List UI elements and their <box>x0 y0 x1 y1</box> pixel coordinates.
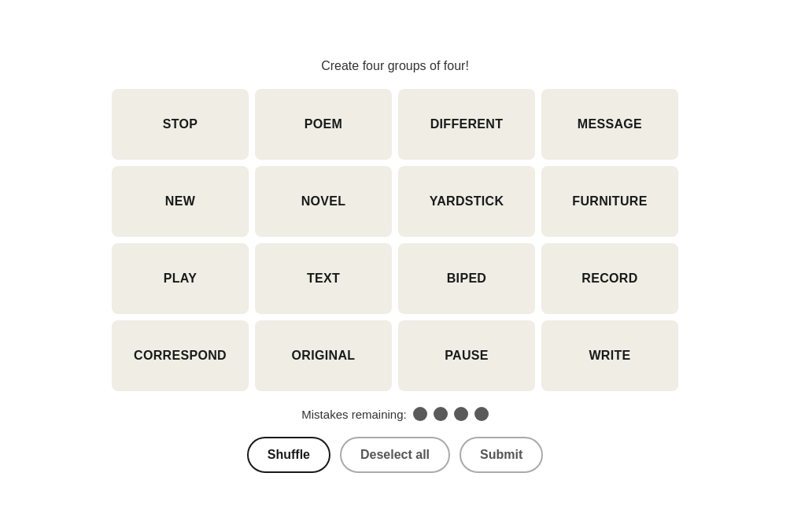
dots-row <box>413 407 489 421</box>
word-card-write[interactable]: WRITE <box>541 320 678 391</box>
shuffle-button[interactable]: Shuffle <box>247 437 330 473</box>
word-label-play: PLAY <box>164 272 197 286</box>
mistake-dot-4 <box>474 407 489 421</box>
word-label-stop: STOP <box>163 117 198 131</box>
buttons-row: Shuffle Deselect all Submit <box>247 437 544 473</box>
word-label-text: TEXT <box>307 272 340 286</box>
word-card-novel[interactable]: NOVEL <box>255 166 392 237</box>
word-card-original[interactable]: ORIGINAL <box>255 320 392 391</box>
word-label-pause: PAUSE <box>445 349 489 363</box>
word-card-poem[interactable]: POEM <box>255 89 392 160</box>
word-card-text[interactable]: TEXT <box>255 243 392 314</box>
word-card-furniture[interactable]: FURNITURE <box>541 166 678 237</box>
word-label-correspond: CORRESPOND <box>134 349 227 363</box>
word-card-play[interactable]: PLAY <box>112 243 249 314</box>
subtitle: Create four groups of four! <box>321 59 469 73</box>
word-label-furniture: FURNITURE <box>572 194 647 209</box>
mistake-dot-3 <box>454 407 468 421</box>
word-card-message[interactable]: MESSAGE <box>541 89 678 160</box>
deselect-button[interactable]: Deselect all <box>340 437 450 473</box>
word-label-biped: BIPED <box>447 272 487 286</box>
submit-button[interactable]: Submit <box>460 437 543 473</box>
word-card-correspond[interactable]: CORRESPOND <box>112 320 249 391</box>
word-label-novel: NOVEL <box>301 194 346 209</box>
word-card-biped[interactable]: BIPED <box>398 243 535 314</box>
game-container: Create four groups of four! STOPPOEMDIFF… <box>112 59 678 473</box>
word-label-write: WRITE <box>589 349 630 363</box>
mistake-dot-1 <box>413 407 427 421</box>
word-label-poem: POEM <box>305 117 342 131</box>
word-card-new[interactable]: NEW <box>112 166 249 237</box>
word-label-different: DIFFERENT <box>430 117 504 131</box>
word-grid: STOPPOEMDIFFERENTMESSAGENEWNOVELYARDSTIC… <box>112 89 678 391</box>
word-card-record[interactable]: RECORD <box>541 243 678 314</box>
word-card-stop[interactable]: STOP <box>112 89 249 160</box>
word-label-original: ORIGINAL <box>292 349 356 363</box>
word-label-record: RECORD <box>581 272 637 286</box>
word-card-pause[interactable]: PAUSE <box>398 320 535 391</box>
word-card-yardstick[interactable]: YARDSTICK <box>398 166 535 237</box>
word-label-yardstick: YARDSTICK <box>430 194 504 209</box>
word-label-new: NEW <box>165 194 195 209</box>
mistakes-label: Mistakes remaining: <box>301 408 406 421</box>
word-label-message: MESSAGE <box>578 117 642 131</box>
mistakes-row: Mistakes remaining: <box>301 407 488 421</box>
mistake-dot-2 <box>434 407 448 421</box>
word-card-different[interactable]: DIFFERENT <box>398 89 535 160</box>
